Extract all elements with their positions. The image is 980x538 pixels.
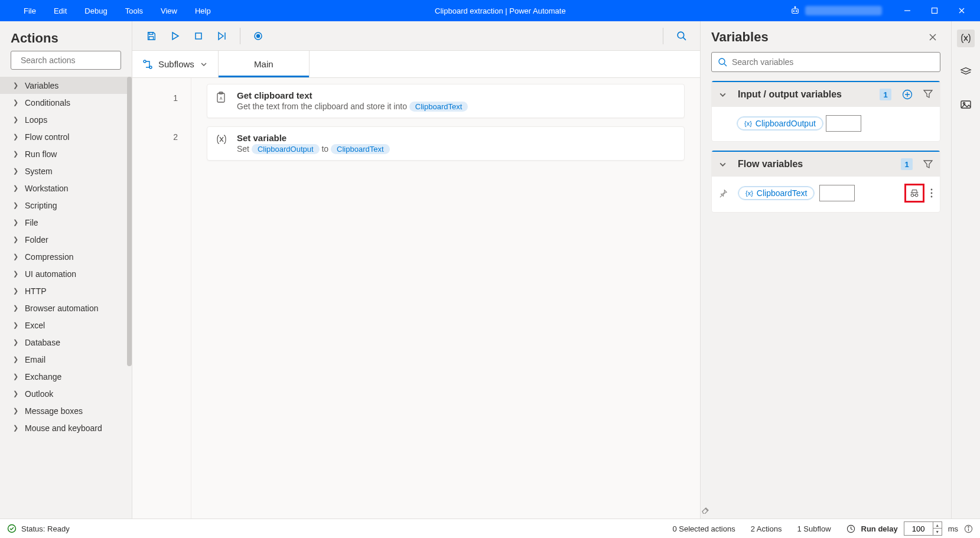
svg-marker-39 [961,68,971,72]
subflows-dropdown[interactable]: Subflows [132,51,218,77]
action-cat-mouse-keyboard[interactable]: ❯Mouse and keyboard [0,419,132,436]
window-title: Clipboard extraction | Power Automate [211,6,790,15]
action-cat-loops[interactable]: ❯Loops [0,111,132,128]
status-subflows-count: 1 Subflow [797,524,831,533]
action-cat-exchange[interactable]: ❯Exchange [0,368,132,385]
save-button[interactable] [142,27,161,45]
action-cat-scripting[interactable]: ❯Scripting [0,197,132,214]
status-selected-actions: 0 Selected actions [672,524,735,533]
variable-chip: ClipboardOutput [252,144,320,154]
svg-marker-12 [172,32,178,40]
delay-decrement[interactable]: ▼ [933,529,942,535]
run-delay-field[interactable] [904,522,933,535]
status-text: Status: Ready [21,524,70,533]
step-title: Set variable [237,133,390,143]
tabs-row: Subflows Main [132,51,700,78]
menu-tools[interactable]: Tools [125,6,143,15]
action-cat-folder[interactable]: ❯Folder [0,231,132,248]
svg-point-36 [931,189,933,191]
menu-edit[interactable]: Edit [54,6,67,15]
action-cat-http[interactable]: ❯HTTP [0,282,132,299]
svg-point-35 [915,194,918,197]
clear-variables-button[interactable] [701,504,710,514]
menu-file[interactable]: File [24,6,36,15]
step-card[interactable]: Set variable Set ClipboardOutput to Clip… [207,126,685,161]
svg-rect-10 [149,32,152,34]
actions-panel: Actions ❯Variables ❯Conditionals ❯Loops … [0,21,132,519]
action-cat-conditionals[interactable]: ❯Conditionals [0,94,132,111]
action-cat-outlook[interactable]: ❯Outlook [0,385,132,402]
action-cat-system[interactable]: ❯System [0,162,132,180]
svg-rect-11 [149,36,153,39]
ms-label: ms [948,524,958,533]
svg-point-17 [257,34,260,37]
close-button[interactable] [948,0,975,21]
io-group-count: 1 [880,89,891,100]
minimize-button[interactable] [894,0,921,21]
search-flow-button[interactable] [672,27,691,45]
actions-title: Actions [0,21,132,51]
variables-search-input[interactable] [732,57,934,67]
variable-value-box [819,185,855,201]
tab-main[interactable]: Main [218,51,310,77]
collapse-flow-group[interactable] [719,161,731,168]
actions-scrollbar[interactable] [127,77,132,366]
action-cat-compression[interactable]: ❯Compression [0,248,132,265]
action-cat-variables[interactable]: ❯Variables [0,77,132,94]
rail-images-button[interactable] [957,96,975,113]
add-io-variable-button[interactable] [902,89,913,100]
subflows-label: Subflows [158,59,194,69]
clipboard-icon: A [216,90,229,103]
run-button[interactable] [165,27,184,45]
menu-debug[interactable]: Debug [84,6,107,15]
action-cat-file[interactable]: ❯File [0,214,132,231]
robot-icon [790,5,800,16]
subflows-icon [143,60,152,69]
filter-io-button[interactable] [923,89,933,100]
action-cat-run-flow[interactable]: ❯Run flow [0,145,132,162]
action-cat-database[interactable]: ❯Database [0,334,132,351]
variables-search[interactable] [711,52,940,72]
mark-sensitive-button[interactable] [904,184,924,203]
user-account[interactable] [790,5,882,16]
run-delay-input[interactable]: ▲ ▼ [904,521,942,536]
menu-view[interactable]: View [161,6,177,15]
variable-clipboardtext[interactable]: {x}ClipboardText [738,186,815,200]
action-cat-message-boxes[interactable]: ❯Message boxes [0,402,132,419]
pin-variable-button[interactable] [719,189,730,198]
rail-variables-button[interactable] [957,30,975,47]
flow-group-count: 1 [901,158,913,170]
maximize-button[interactable] [921,0,948,21]
close-variables-button[interactable] [929,33,940,41]
menu-help[interactable]: Help [195,6,211,15]
svg-marker-14 [219,32,223,40]
workspace: Subflows Main 1 2 A Get clipboard text [132,21,700,519]
toolbar [132,21,700,51]
variable-more-button[interactable] [930,188,933,198]
io-group-title: Input / output variables [738,89,875,100]
svg-point-42 [8,525,16,533]
action-cat-ui-automation[interactable]: ❯UI automation [0,265,132,282]
filter-flow-button[interactable] [923,159,933,169]
action-cat-flow-control[interactable]: ❯Flow control [0,128,132,145]
info-icon[interactable] [964,524,973,533]
actions-search-input[interactable] [21,56,124,65]
delay-increment[interactable]: ▲ [933,522,942,529]
actions-category-list: ❯Variables ❯Conditionals ❯Loops ❯Flow co… [0,77,132,519]
action-cat-browser-automation[interactable]: ❯Browser automation [0,299,132,317]
record-button[interactable] [249,27,268,45]
status-actions-count: 2 Actions [751,524,782,533]
svg-line-28 [724,64,727,66]
action-cat-workstation[interactable]: ❯Workstation [0,180,132,197]
stop-button[interactable] [189,27,208,45]
action-cat-excel[interactable]: ❯Excel [0,317,132,334]
rail-ui-elements-button[interactable] [957,63,975,80]
actions-search[interactable] [11,51,121,70]
collapse-io-group[interactable] [719,91,731,99]
action-cat-email[interactable]: ❯Email [0,351,132,368]
run-delay-label: Run delay [861,524,898,533]
variable-chip: ClipboardText [409,102,468,112]
step-card[interactable]: A Get clipboard text Get the text from t… [207,84,685,118]
run-next-button[interactable] [213,27,232,45]
variable-clipboardoutput[interactable]: {x}ClipboardOutput [737,116,823,131]
